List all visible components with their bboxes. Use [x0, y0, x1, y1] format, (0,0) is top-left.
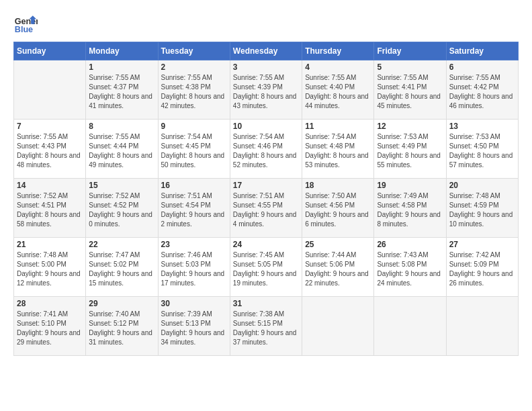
day-number: 29: [89, 299, 154, 308]
day-info: Sunrise: 7:51 AMSunset: 4:54 PMDaylight:…: [161, 191, 227, 229]
day-number: 5: [377, 62, 443, 72]
day-info: Sunrise: 7:54 AMSunset: 4:46 PMDaylight:…: [233, 132, 299, 170]
day-number: 16: [161, 181, 227, 190]
calendar-cell: [374, 297, 446, 356]
day-number: 18: [305, 181, 371, 190]
day-info: Sunrise: 7:55 AMSunset: 4:41 PMDaylight:…: [377, 73, 443, 111]
day-number: 30: [161, 299, 227, 308]
day-number: 12: [377, 122, 443, 131]
calendar-cell: 5Sunrise: 7:55 AMSunset: 4:41 PMDaylight…: [374, 60, 446, 120]
day-number: 27: [449, 240, 515, 249]
weekday-header-monday: Monday: [86, 42, 158, 60]
calendar-cell: 7Sunrise: 7:55 AMSunset: 4:43 PMDaylight…: [14, 120, 86, 179]
weekday-header-friday: Friday: [374, 42, 446, 60]
day-info: Sunrise: 7:46 AMSunset: 5:03 PMDaylight:…: [161, 250, 227, 288]
calendar-cell: 28Sunrise: 7:41 AMSunset: 5:10 PMDayligh…: [14, 297, 86, 356]
day-info: Sunrise: 7:48 AMSunset: 4:59 PMDaylight:…: [449, 191, 515, 229]
day-info: Sunrise: 7:52 AMSunset: 4:52 PMDaylight:…: [89, 191, 154, 229]
day-info: Sunrise: 7:54 AMSunset: 4:45 PMDaylight:…: [161, 132, 227, 170]
day-number: 10: [233, 122, 299, 131]
calendar-cell: 31Sunrise: 7:38 AMSunset: 5:15 PMDayligh…: [230, 297, 302, 356]
calendar-cell: 23Sunrise: 7:46 AMSunset: 5:03 PMDayligh…: [158, 238, 230, 297]
day-number: 8: [89, 122, 154, 131]
calendar-cell: 21Sunrise: 7:48 AMSunset: 5:00 PMDayligh…: [14, 238, 86, 297]
weekday-header-row: SundayMondayTuesdayWednesdayThursdayFrid…: [14, 42, 519, 60]
calendar-cell: 15Sunrise: 7:52 AMSunset: 4:52 PMDayligh…: [86, 179, 158, 238]
day-info: Sunrise: 7:41 AMSunset: 5:10 PMDaylight:…: [17, 310, 83, 347]
day-info: Sunrise: 7:55 AMSunset: 4:40 PMDaylight:…: [305, 73, 371, 111]
calendar-week-row: 21Sunrise: 7:48 AMSunset: 5:00 PMDayligh…: [14, 238, 519, 297]
day-info: Sunrise: 7:51 AMSunset: 4:55 PMDaylight:…: [233, 191, 299, 229]
day-info: Sunrise: 7:53 AMSunset: 4:49 PMDaylight:…: [377, 132, 443, 170]
day-number: 19: [377, 181, 443, 190]
calendar-week-row: 14Sunrise: 7:52 AMSunset: 4:51 PMDayligh…: [14, 179, 519, 238]
day-number: 23: [161, 240, 227, 249]
day-number: 7: [17, 122, 83, 131]
calendar-cell: 10Sunrise: 7:54 AMSunset: 4:46 PMDayligh…: [230, 120, 302, 179]
weekday-header-sunday: Sunday: [14, 42, 86, 60]
calendar-cell: 30Sunrise: 7:39 AMSunset: 5:13 PMDayligh…: [158, 297, 230, 356]
day-number: 9: [161, 122, 227, 131]
day-info: Sunrise: 7:40 AMSunset: 5:12 PMDaylight:…: [89, 310, 154, 347]
calendar-cell: 25Sunrise: 7:44 AMSunset: 5:06 PMDayligh…: [302, 238, 374, 297]
day-info: Sunrise: 7:55 AMSunset: 4:37 PMDaylight:…: [89, 73, 154, 111]
day-info: Sunrise: 7:55 AMSunset: 4:44 PMDaylight:…: [89, 132, 154, 170]
day-info: Sunrise: 7:55 AMSunset: 4:39 PMDaylight:…: [233, 73, 299, 111]
day-info: Sunrise: 7:55 AMSunset: 4:43 PMDaylight:…: [17, 132, 83, 170]
weekday-header-saturday: Saturday: [446, 42, 518, 60]
day-info: Sunrise: 7:48 AMSunset: 5:00 PMDaylight:…: [17, 250, 83, 288]
calendar-cell: 12Sunrise: 7:53 AMSunset: 4:49 PMDayligh…: [374, 120, 446, 179]
calendar-cell: 1Sunrise: 7:55 AMSunset: 4:37 PMDaylight…: [86, 60, 158, 120]
day-number: 13: [449, 122, 515, 131]
day-info: Sunrise: 7:47 AMSunset: 5:02 PMDaylight:…: [89, 250, 154, 288]
day-number: 6: [449, 62, 515, 72]
day-number: 24: [233, 240, 299, 249]
calendar-table: SundayMondayTuesdayWednesdayThursdayFrid…: [13, 42, 519, 356]
calendar-cell: 4Sunrise: 7:55 AMSunset: 4:40 PMDaylight…: [302, 60, 374, 120]
calendar-cell: 18Sunrise: 7:50 AMSunset: 4:56 PMDayligh…: [302, 179, 374, 238]
calendar-cell: 9Sunrise: 7:54 AMSunset: 4:45 PMDaylight…: [158, 120, 230, 179]
day-number: 21: [17, 240, 83, 249]
day-info: Sunrise: 7:43 AMSunset: 5:08 PMDaylight:…: [377, 250, 443, 288]
day-number: 11: [305, 122, 371, 131]
calendar-cell: 16Sunrise: 7:51 AMSunset: 4:54 PMDayligh…: [158, 179, 230, 238]
page-header: General Blue: [13, 11, 519, 35]
day-info: Sunrise: 7:52 AMSunset: 4:51 PMDaylight:…: [17, 191, 83, 229]
day-info: Sunrise: 7:38 AMSunset: 5:15 PMDaylight:…: [233, 310, 299, 347]
calendar-cell: 27Sunrise: 7:42 AMSunset: 5:09 PMDayligh…: [446, 238, 518, 297]
day-number: 20: [449, 181, 515, 190]
day-info: Sunrise: 7:39 AMSunset: 5:13 PMDaylight:…: [161, 310, 227, 347]
day-number: 4: [305, 62, 371, 72]
day-number: 28: [17, 299, 83, 308]
day-info: Sunrise: 7:55 AMSunset: 4:42 PMDaylight:…: [449, 73, 515, 111]
calendar-cell: 22Sunrise: 7:47 AMSunset: 5:02 PMDayligh…: [86, 238, 158, 297]
day-number: 2: [161, 62, 227, 72]
day-info: Sunrise: 7:49 AMSunset: 4:58 PMDaylight:…: [377, 191, 443, 229]
page-container: General Blue SundayMondayTuesdayWednesda…: [0, 0, 532, 363]
calendar-cell: [446, 297, 518, 356]
calendar-cell: 3Sunrise: 7:55 AMSunset: 4:39 PMDaylight…: [230, 60, 302, 120]
svg-text:Blue: Blue: [15, 25, 33, 34]
day-info: Sunrise: 7:42 AMSunset: 5:09 PMDaylight:…: [449, 250, 515, 288]
calendar-cell: 26Sunrise: 7:43 AMSunset: 5:08 PMDayligh…: [374, 238, 446, 297]
calendar-cell: 13Sunrise: 7:53 AMSunset: 4:50 PMDayligh…: [446, 120, 518, 179]
weekday-header-wednesday: Wednesday: [230, 42, 302, 60]
logo: General Blue: [13, 11, 38, 35]
calendar-cell: 17Sunrise: 7:51 AMSunset: 4:55 PMDayligh…: [230, 179, 302, 238]
day-number: 25: [305, 240, 371, 249]
calendar-cell: 20Sunrise: 7:48 AMSunset: 4:59 PMDayligh…: [446, 179, 518, 238]
day-number: 26: [377, 240, 443, 249]
calendar-cell: 29Sunrise: 7:40 AMSunset: 5:12 PMDayligh…: [86, 297, 158, 356]
calendar-week-row: 7Sunrise: 7:55 AMSunset: 4:43 PMDaylight…: [14, 120, 519, 179]
calendar-cell: 6Sunrise: 7:55 AMSunset: 4:42 PMDaylight…: [446, 60, 518, 120]
day-number: 22: [89, 240, 154, 249]
calendar-cell: 8Sunrise: 7:55 AMSunset: 4:44 PMDaylight…: [86, 120, 158, 179]
calendar-cell: 2Sunrise: 7:55 AMSunset: 4:38 PMDaylight…: [158, 60, 230, 120]
weekday-header-tuesday: Tuesday: [158, 42, 230, 60]
calendar-cell: 14Sunrise: 7:52 AMSunset: 4:51 PMDayligh…: [14, 179, 86, 238]
day-info: Sunrise: 7:45 AMSunset: 5:05 PMDaylight:…: [233, 250, 299, 288]
day-number: 17: [233, 181, 299, 190]
calendar-cell: [14, 60, 86, 120]
calendar-cell: 19Sunrise: 7:49 AMSunset: 4:58 PMDayligh…: [374, 179, 446, 238]
day-number: 31: [233, 299, 299, 308]
